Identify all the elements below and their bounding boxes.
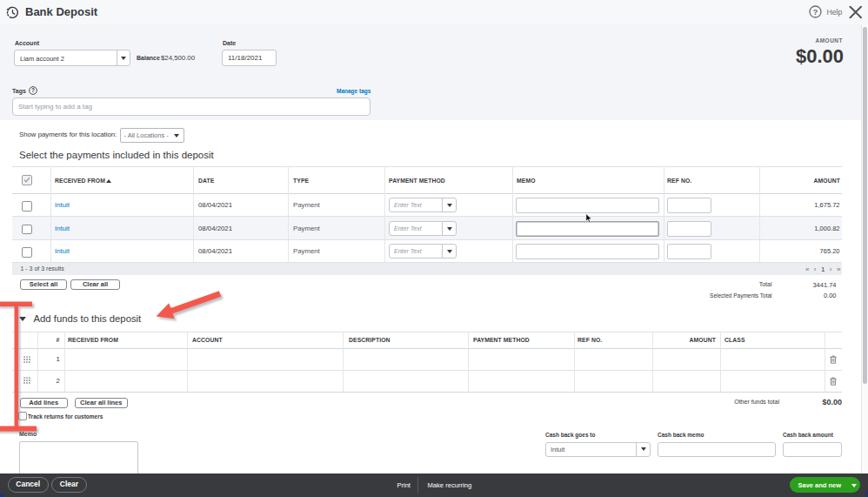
svg-text:?: ? — [813, 8, 818, 17]
svg-text:?: ? — [31, 87, 35, 93]
